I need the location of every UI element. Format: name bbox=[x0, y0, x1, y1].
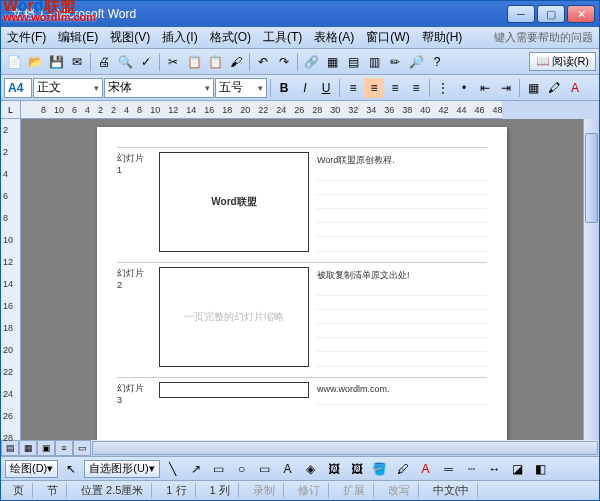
reading-view-icon[interactable]: ▭ bbox=[73, 440, 91, 456]
slide-note[interactable]: 被取复制清单原文出处! bbox=[317, 267, 487, 367]
indent-icon[interactable]: ⇥ bbox=[496, 78, 516, 98]
status-lang[interactable]: 中文(中 bbox=[425, 483, 479, 498]
italic-button[interactable]: I bbox=[295, 78, 315, 98]
status-ext[interactable]: 扩展 bbox=[335, 483, 374, 498]
spell-icon[interactable]: ✓ bbox=[136, 52, 156, 72]
status-rev[interactable]: 修订 bbox=[290, 483, 329, 498]
bold-button[interactable]: B bbox=[274, 78, 294, 98]
underline-button[interactable]: U bbox=[316, 78, 336, 98]
textbox-icon[interactable]: ▭ bbox=[255, 459, 275, 479]
slide-note[interactable]: Word联盟原创教程. bbox=[317, 152, 487, 252]
draw-menu[interactable]: 绘图(D) ▾ bbox=[5, 460, 58, 478]
vertical-ruler[interactable]: 2 2 4 6 8 10 12 14 16 18 20 22 24 26 28 bbox=[1, 119, 21, 440]
table-row: 幻灯片 1 Word联盟 Word联盟原创教程. bbox=[117, 147, 487, 252]
help-search[interactable]: 键入需要帮助的问题 bbox=[494, 30, 593, 45]
paste-icon[interactable]: 📋 bbox=[205, 52, 225, 72]
picture-icon[interactable]: 🖼 bbox=[347, 459, 367, 479]
line-style-icon[interactable]: ═ bbox=[439, 459, 459, 479]
size-combo[interactable]: 五号▾ bbox=[215, 78, 267, 98]
mail-icon[interactable]: ✉ bbox=[67, 52, 87, 72]
highlight-icon[interactable]: 🖍 bbox=[544, 78, 564, 98]
arrow-line-icon[interactable]: ↗ bbox=[186, 459, 206, 479]
menu-table[interactable]: 表格(A) bbox=[314, 29, 354, 46]
align-right-icon[interactable]: ≡ bbox=[385, 78, 405, 98]
drawing-toolbar: 绘图(D) ▾ ↖ 自选图形(U) ▾ ╲ ↗ ▭ ○ ▭ A ◈ 🖼 🖼 🪣 … bbox=[1, 456, 599, 480]
wordart-icon[interactable]: A bbox=[278, 459, 298, 479]
menu-view[interactable]: 视图(V) bbox=[110, 29, 150, 46]
open-icon[interactable]: 📂 bbox=[25, 52, 45, 72]
document-area[interactable]: 幻灯片 1 Word联盟 Word联盟原创教程. 幻灯片 2 一页完整的幻灯片缩… bbox=[21, 119, 583, 440]
minimize-button[interactable]: ─ bbox=[507, 5, 535, 23]
dash-style-icon[interactable]: ┄ bbox=[462, 459, 482, 479]
justify-icon[interactable]: ≡ bbox=[406, 78, 426, 98]
drawing-icon[interactable]: ✏ bbox=[385, 52, 405, 72]
table-row: 幻灯片 2 一页完整的幻灯片缩略 被取复制清单原文出处! bbox=[117, 262, 487, 367]
font-combo[interactable]: 宋体▾ bbox=[104, 78, 214, 98]
fill-color-icon[interactable]: 🪣 bbox=[370, 459, 390, 479]
shadow-icon[interactable]: ◪ bbox=[508, 459, 528, 479]
close-button[interactable]: ✕ bbox=[567, 5, 595, 23]
columns-icon[interactable]: ▥ bbox=[364, 52, 384, 72]
zoom-icon[interactable]: 🔎 bbox=[406, 52, 426, 72]
status-bar: 页 节 位置 2.5厘米 1 行 1 列 录制 修订 扩展 改写 中文(中 bbox=[1, 480, 599, 500]
menu-edit[interactable]: 编辑(E) bbox=[58, 29, 98, 46]
web-view-icon[interactable]: ▦ bbox=[19, 440, 37, 456]
copy-icon[interactable]: 📋 bbox=[184, 52, 204, 72]
status-ovr[interactable]: 改写 bbox=[380, 483, 419, 498]
format-painter-icon[interactable]: 🖌 bbox=[226, 52, 246, 72]
excel-icon[interactable]: ▤ bbox=[343, 52, 363, 72]
outdent-icon[interactable]: ⇤ bbox=[475, 78, 495, 98]
undo-icon[interactable]: ↶ bbox=[253, 52, 273, 72]
font-color-icon[interactable]: A bbox=[565, 78, 585, 98]
select-arrow-icon[interactable]: ↖ bbox=[61, 459, 81, 479]
menu-tools[interactable]: 工具(T) bbox=[263, 29, 302, 46]
menu-format[interactable]: 格式(O) bbox=[210, 29, 251, 46]
align-left-icon[interactable]: ≡ bbox=[343, 78, 363, 98]
separator bbox=[249, 53, 250, 71]
rectangle-icon[interactable]: ▭ bbox=[209, 459, 229, 479]
font-color-draw-icon[interactable]: A bbox=[416, 459, 436, 479]
maximize-button[interactable]: ▢ bbox=[537, 5, 565, 23]
scroll-thumb[interactable] bbox=[585, 133, 598, 223]
cut-icon[interactable]: ✂ bbox=[163, 52, 183, 72]
align-center-icon[interactable]: ≡ bbox=[364, 78, 384, 98]
numbered-list-icon[interactable]: ⋮ bbox=[433, 78, 453, 98]
oval-icon[interactable]: ○ bbox=[232, 459, 252, 479]
vertical-scrollbar[interactable] bbox=[583, 119, 599, 440]
horizontal-scrollbar[interactable] bbox=[92, 441, 598, 455]
line-color-icon[interactable]: 🖊 bbox=[393, 459, 413, 479]
slide-note[interactable]: www.wordlm.com. bbox=[317, 382, 487, 405]
menu-window[interactable]: 窗口(W) bbox=[366, 29, 409, 46]
title-bar: Word联盟 www.wordlm.com 文档 1 - Microsoft W… bbox=[1, 1, 599, 27]
horizontal-ruler[interactable]: 8106422481012141618202224262830323436384… bbox=[21, 101, 502, 119]
clipart-icon[interactable]: 🖼 bbox=[324, 459, 344, 479]
help-icon[interactable]: ? bbox=[427, 52, 447, 72]
menu-insert[interactable]: 插入(I) bbox=[162, 29, 197, 46]
preview-icon[interactable]: 🔍 bbox=[115, 52, 135, 72]
arrow-style-icon[interactable]: ↔ bbox=[485, 459, 505, 479]
menu-help[interactable]: 帮助(H) bbox=[422, 29, 463, 46]
menu-file[interactable]: 文件(F) bbox=[7, 29, 46, 46]
hyperlink-icon[interactable]: 🔗 bbox=[301, 52, 321, 72]
diagram-icon[interactable]: ◈ bbox=[301, 459, 321, 479]
print-view-icon[interactable]: ▣ bbox=[37, 440, 55, 456]
status-line: 1 行 bbox=[158, 483, 195, 498]
bullet-list-icon[interactable]: • bbox=[454, 78, 474, 98]
style-combo[interactable]: 正文▾ bbox=[33, 78, 103, 98]
border-icon[interactable]: ▦ bbox=[523, 78, 543, 98]
status-page: 页 bbox=[5, 483, 33, 498]
reading-layout-button[interactable]: 📖 阅读(R) bbox=[529, 52, 596, 71]
new-icon[interactable]: 📄 bbox=[4, 52, 24, 72]
print-icon[interactable]: 🖨 bbox=[94, 52, 114, 72]
table-icon[interactable]: ▦ bbox=[322, 52, 342, 72]
3d-icon[interactable]: ◧ bbox=[531, 459, 551, 479]
separator bbox=[159, 53, 160, 71]
save-icon[interactable]: 💾 bbox=[46, 52, 66, 72]
slide-thumbnail: Word联盟 bbox=[159, 152, 309, 252]
outline-view-icon[interactable]: ≡ bbox=[55, 440, 73, 456]
style-prefix[interactable]: A4 bbox=[4, 78, 32, 98]
autoshapes-menu[interactable]: 自选图形(U) ▾ bbox=[84, 460, 159, 478]
status-rec[interactable]: 录制 bbox=[245, 483, 284, 498]
line-icon[interactable]: ╲ bbox=[163, 459, 183, 479]
redo-icon[interactable]: ↷ bbox=[274, 52, 294, 72]
